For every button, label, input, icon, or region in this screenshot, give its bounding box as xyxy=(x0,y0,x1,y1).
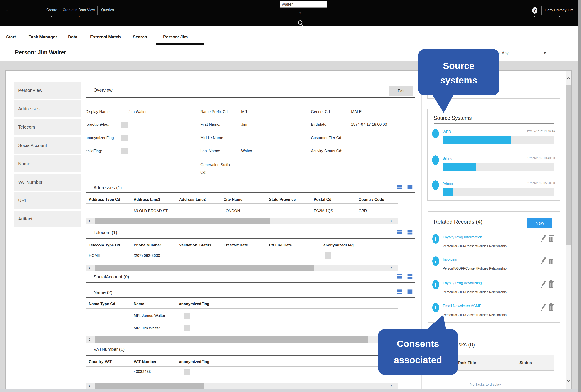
svg-text:?: ? xyxy=(534,8,536,13)
